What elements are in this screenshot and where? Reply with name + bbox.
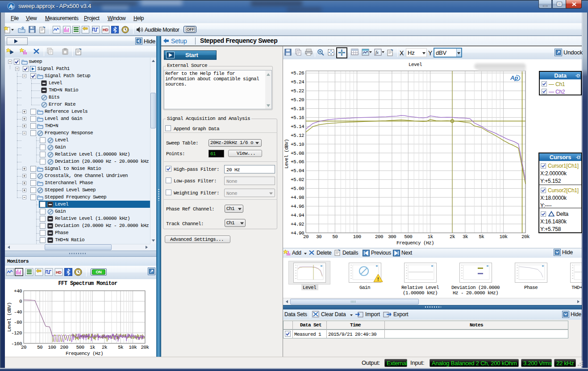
svg-text:+5.24: +5.24 — [291, 79, 304, 85]
svg-text:HD: HD — [56, 270, 62, 275]
svg-text:p: p — [11, 4, 14, 9]
svg-text:+5.10: +5.10 — [291, 142, 304, 147]
svg-text:20: 20 — [303, 234, 309, 239]
svg-text:+5.02: +5.02 — [291, 177, 304, 182]
svg-text:+5.18: +5.18 — [291, 106, 304, 111]
svg-text:+5.06: +5.06 — [291, 159, 304, 165]
svg-text:100: 100 — [353, 234, 361, 239]
svg-text:5k: 5k — [479, 234, 484, 239]
svg-text:Level: Level — [409, 62, 422, 67]
svg-text:200: 200 — [60, 345, 68, 350]
svg-text:50: 50 — [332, 234, 338, 239]
svg-text:+4.96: +4.96 — [291, 204, 304, 209]
svg-text:+5.00: +5.00 — [291, 186, 304, 191]
svg-text:1k: 1k — [428, 234, 434, 239]
svg-text:10k: 10k — [129, 345, 137, 350]
svg-text:0: 0 — [19, 299, 22, 304]
svg-text:+4.94: +4.94 — [291, 213, 304, 218]
svg-text:1k: 1k — [90, 345, 96, 350]
svg-text:500: 500 — [76, 345, 84, 350]
svg-text:500: 500 — [404, 234, 412, 239]
svg-text:Frequency (Hz): Frequency (Hz) — [66, 351, 103, 356]
svg-text:+4.92: +4.92 — [291, 222, 304, 227]
svg-text:2k: 2k — [102, 345, 108, 350]
svg-text:-40: -40 — [14, 309, 22, 315]
svg-text:!: ! — [377, 276, 379, 282]
svg-text:20k: 20k — [141, 345, 149, 350]
svg-text:+4.90: +4.90 — [291, 231, 304, 236]
svg-text:HD: HD — [103, 28, 108, 32]
svg-text:Level (dBV): Level (dBV) — [284, 139, 289, 169]
svg-text:5k: 5k — [118, 345, 124, 350]
svg-text:+5.12: +5.12 — [291, 133, 304, 138]
svg-text:+5.08: +5.08 — [291, 151, 304, 156]
svg-text:fx: fx — [375, 50, 379, 55]
svg-text:+5.20: +5.20 — [291, 97, 304, 103]
svg-text:-120: -120 — [11, 330, 22, 336]
svg-text:20k: 20k — [521, 234, 530, 239]
svg-text:100: 100 — [48, 345, 56, 350]
svg-text:+40: +40 — [14, 289, 22, 294]
svg-text:3k: 3k — [463, 234, 468, 239]
svg-text:-160: -160 — [11, 341, 22, 346]
svg-text:30: 30 — [316, 234, 321, 239]
svg-text:+4.98: +4.98 — [291, 195, 304, 200]
svg-text:300: 300 — [388, 234, 396, 239]
svg-text:+5.22: +5.22 — [291, 88, 304, 94]
svg-text:Level (dBV): Level (dBV) — [7, 302, 12, 332]
svg-text:200: 200 — [375, 234, 383, 239]
svg-text:-80: -80 — [14, 320, 22, 325]
svg-text:+5.16: +5.16 — [291, 115, 304, 120]
svg-text:50: 50 — [37, 345, 42, 350]
svg-text:20: 20 — [21, 345, 26, 350]
svg-text:2k: 2k — [450, 234, 455, 239]
svg-text:Frequency (Hz): Frequency (Hz) — [396, 240, 434, 246]
svg-text:+5.26: +5.26 — [291, 70, 304, 76]
svg-text:+5.14: +5.14 — [291, 124, 304, 129]
svg-text:+5.04: +5.04 — [291, 168, 304, 173]
svg-text:10k: 10k — [500, 234, 508, 239]
